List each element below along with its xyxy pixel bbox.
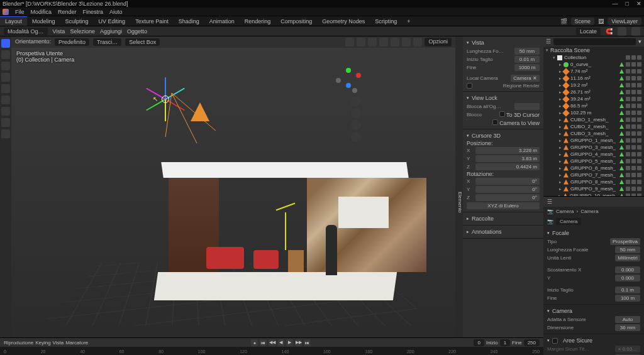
outliner-item[interactable]: ▸CUBO_3_mesh_: [543, 130, 644, 137]
max-icon[interactable]: □: [626, 1, 629, 7]
cur-ry[interactable]: 0°: [475, 186, 540, 193]
tab-scripting[interactable]: Scripting: [370, 16, 402, 26]
orient-select[interactable]: Predefinito: [55, 38, 89, 46]
tool-cursor[interactable]: [1, 50, 10, 59]
tab-uv[interactable]: UV Editing: [94, 16, 131, 26]
play-rev-icon[interactable]: ◀: [277, 339, 284, 346]
renderregion-check[interactable]: [467, 83, 472, 89]
nav-ortho-icon[interactable]: [351, 132, 361, 142]
scene-select[interactable]: Scene: [571, 18, 595, 25]
cur-frame-input[interactable]: 0: [474, 339, 484, 346]
outliner-item[interactable]: ▸26.71 m²: [543, 89, 644, 96]
outliner-item[interactable]: ▸11.16 m²: [543, 75, 644, 82]
tl-menu-marker[interactable]: Marcatore: [65, 340, 88, 346]
outliner-item[interactable]: ▸CUBO_2_mesh_: [543, 123, 644, 130]
outliner-item[interactable]: ▸GRUPPO_10_mesh_: [543, 192, 644, 197]
ntab-item[interactable]: Elemento: [457, 192, 463, 213]
outliner-item[interactable]: ▸GRUPPO_5_mesh_: [543, 158, 644, 165]
tab-shading[interactable]: Shading: [174, 16, 204, 26]
sec-focale[interactable]: Focale: [547, 229, 640, 238]
props-type-icon[interactable]: ☰: [547, 199, 552, 205]
tb-object[interactable]: Oggetto: [127, 28, 147, 35]
tl-menu-key[interactable]: Keying: [35, 340, 50, 346]
sec-cursor3d[interactable]: Cursore 3D: [467, 131, 540, 140]
tool-rotate[interactable]: [1, 73, 10, 82]
tl-menu-view[interactable]: Vista: [53, 340, 64, 346]
tb-select[interactable]: Selezione: [70, 28, 95, 35]
crumb1[interactable]: Camera: [556, 209, 574, 214]
tool-move[interactable]: [1, 62, 10, 70]
tool-addcube[interactable]: [1, 129, 10, 138]
autokey-icon[interactable]: ●: [251, 339, 258, 346]
outliner-item[interactable]: ▸GRUPPO_3_mesh_: [543, 144, 644, 151]
outliner-item[interactable]: ▸39.24 m²: [543, 96, 644, 102]
outliner-item[interactable]: ▸GRUPPO_1_mesh_: [543, 137, 644, 144]
sy-input[interactable]: 0.000: [615, 275, 640, 281]
lockobj-input[interactable]: [514, 103, 540, 110]
clipend-input[interactable]: 1000 m: [514, 64, 540, 71]
shading-icon[interactable]: [631, 27, 640, 36]
unit-select[interactable]: Millimetri: [615, 254, 640, 261]
tab-layout[interactable]: Layout: [0, 16, 27, 26]
overlays-toggle-icon[interactable]: [357, 38, 365, 46]
tool-transform[interactable]: [1, 96, 10, 104]
timeline-track[interactable]: 020406080100120140160180200220240250: [0, 347, 543, 355]
menu-edit[interactable]: Modifica: [31, 9, 52, 15]
outliner-item[interactable]: ▸GRUPPO_8_mesh_: [543, 178, 644, 185]
menu-window[interactable]: Finestra: [83, 9, 104, 15]
out-collection[interactable]: ▾Collection: [543, 54, 644, 61]
sec-raccolte[interactable]: Raccolte: [467, 214, 540, 223]
render-shade-icon[interactable]: [413, 38, 422, 46]
sec-safe[interactable]: Aree Sicure: [547, 336, 640, 345]
cur-y[interactable]: 3.83 m: [475, 155, 540, 162]
tool-select[interactable]: [1, 39, 10, 48]
rotmode-select[interactable]: XYZ di Eulero: [467, 202, 540, 209]
nav-pan-icon[interactable]: [351, 108, 361, 118]
cur-x[interactable]: 3.228 m: [475, 147, 540, 154]
tab-animation[interactable]: Animation: [204, 16, 240, 26]
cur-z[interactable]: 0.4424 m: [475, 163, 540, 170]
sec-camera[interactable]: Camera: [547, 307, 640, 315]
start-input[interactable]: 1: [500, 339, 510, 346]
cs-input[interactable]: 0.1 m: [615, 287, 640, 293]
tool-annotate[interactable]: [1, 107, 10, 116]
prev-key-icon[interactable]: ◀◀: [269, 339, 275, 346]
outliner-item[interactable]: ▸GRUPPO_6_mesh_: [543, 165, 644, 172]
tab-sculpting[interactable]: Sculpting: [60, 16, 94, 26]
outliner-item[interactable]: ▸CUBO_1_mesh_: [543, 116, 644, 123]
sec-vista[interactable]: Vista: [467, 38, 540, 47]
lf-input[interactable]: 50 mm: [615, 246, 640, 253]
sensor-select[interactable]: Auto: [615, 316, 640, 323]
outliner-item[interactable]: ▸86.5 m²: [543, 102, 644, 109]
camera-object[interactable]: [172, 93, 228, 150]
ce-input[interactable]: 100 m: [615, 295, 640, 302]
tab-texpaint[interactable]: Texture Paint: [130, 16, 174, 26]
xray-icon[interactable]: [368, 38, 377, 46]
outliner-item[interactable]: ▸19.2 m²: [543, 82, 644, 89]
tab-compositing[interactable]: Compositing: [275, 16, 317, 26]
overlay-icon[interactable]: [618, 27, 626, 36]
gizmo-toggle-icon[interactable]: [345, 38, 354, 46]
3d-viewport[interactable]: Orientamento: Predefinito Trasci… Select…: [11, 36, 455, 355]
out-scene-root[interactable]: ▾Raccolta Scene: [543, 46, 644, 54]
nav-zoom-icon[interactable]: [351, 96, 361, 106]
tool-measure[interactable]: [1, 118, 10, 127]
sec-annotations[interactable]: Annotations: [467, 227, 540, 236]
outliner-search[interactable]: [553, 38, 636, 45]
blender-logo-icon[interactable]: [3, 9, 9, 15]
datablock[interactable]: Camera: [556, 218, 581, 225]
filter-icon[interactable]: ▾: [638, 38, 641, 45]
mode-select[interactable]: Modalità Og…: [4, 28, 48, 35]
next-key-icon[interactable]: ▶▶: [295, 339, 302, 346]
clipstart-input[interactable]: 0.01 m: [514, 56, 540, 63]
tab-modeling[interactable]: Modeling: [27, 16, 60, 26]
matprev-shade-icon[interactable]: [402, 38, 411, 46]
outliner-item[interactable]: ▸7.74 m²: [543, 68, 644, 75]
marg1-input[interactable]: × 0.03…: [615, 346, 640, 352]
outliner-item[interactable]: ▸GRUPPO_4_mesh_: [543, 151, 644, 158]
close-icon[interactable]: ✕: [636, 1, 641, 7]
tool-scale[interactable]: [1, 84, 10, 93]
cur-rz[interactable]: 0°: [475, 194, 540, 201]
tb-add[interactable]: Aggiungi: [100, 28, 122, 35]
outliner-item[interactable]: ▸0_curve_: [543, 61, 644, 68]
